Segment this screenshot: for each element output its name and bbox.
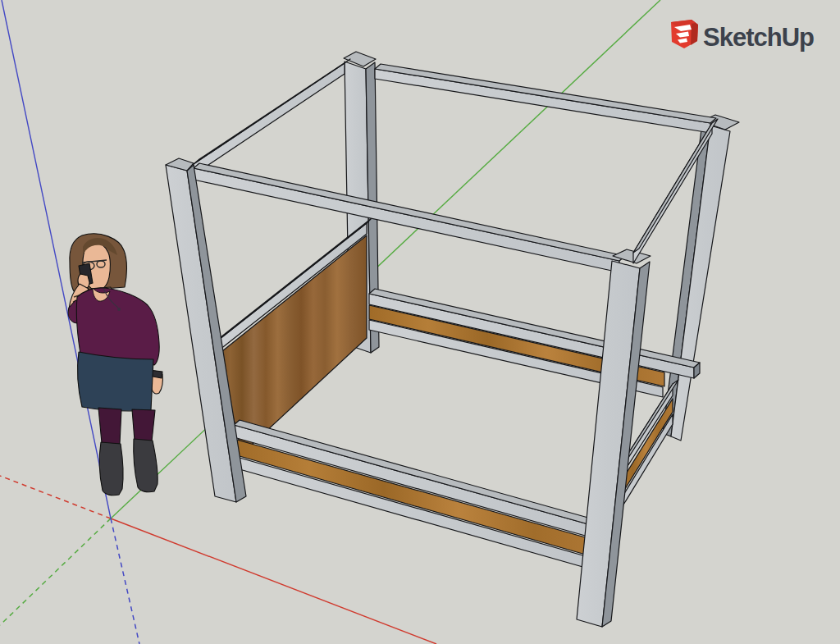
sketchup-logo-text: SketchUp bbox=[703, 23, 814, 52]
figure-pendant bbox=[117, 308, 121, 311]
figure-skirt bbox=[78, 352, 153, 411]
figure-leg-left bbox=[98, 408, 121, 444]
3d-scene[interactable]: SketchUp bbox=[0, 0, 840, 644]
sketchup-viewport[interactable]: SketchUp bbox=[0, 0, 840, 644]
figure-boot-left bbox=[99, 442, 123, 496]
figure-leg-right bbox=[132, 409, 155, 441]
figure-boot-right bbox=[134, 439, 158, 492]
